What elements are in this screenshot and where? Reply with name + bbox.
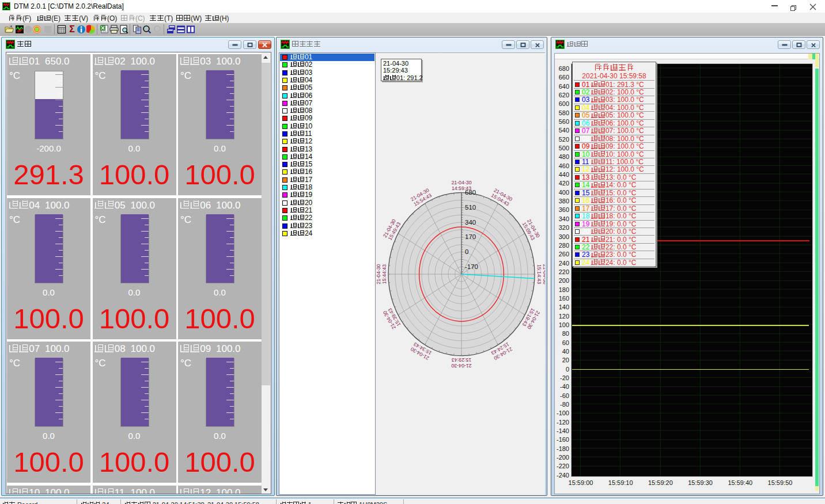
svg-text:0: 0 — [465, 248, 468, 255]
svg-text:21-04-30: 21-04-30 — [376, 264, 381, 284]
svg-text:15:29:43: 15:29:43 — [452, 357, 471, 363]
svg-text:-170: -170 — [465, 263, 478, 270]
svg-text:510: 510 — [465, 204, 476, 211]
svg-text:15:14:43: 15:14:43 — [536, 264, 542, 284]
svg-text:15:44:43: 15:44:43 — [381, 264, 387, 284]
svg-text:21-04-30: 21-04-30 — [451, 363, 471, 369]
svg-text:14:59:43: 14:59:43 — [452, 185, 471, 191]
svg-text:21-04-30: 21-04-30 — [451, 180, 471, 185]
svg-text:170: 170 — [465, 233, 476, 240]
svg-text:340: 340 — [465, 219, 476, 226]
